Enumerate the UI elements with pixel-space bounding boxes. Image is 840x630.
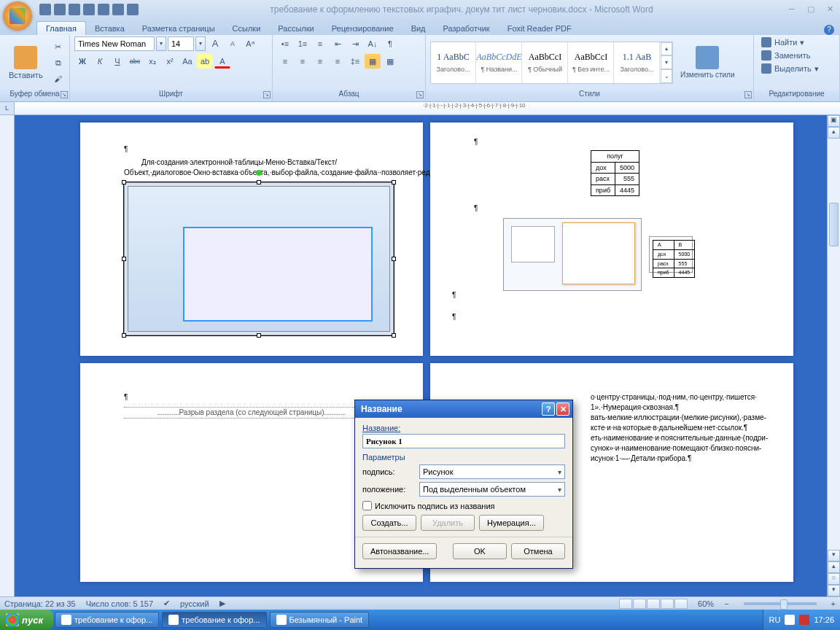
chevron-down-icon[interactable]: ▾ (195, 36, 206, 51)
language-indicator[interactable]: RU (769, 615, 781, 624)
show-marks-icon[interactable]: ¶ (382, 36, 398, 51)
macro-icon[interactable]: ▶ (219, 599, 225, 608)
resize-handle[interactable] (392, 180, 396, 184)
open-icon[interactable] (98, 4, 109, 15)
style-item[interactable]: AaBbCcI¶ Без инте... (569, 42, 614, 83)
qat-icon[interactable] (112, 4, 124, 15)
scroll-up-icon[interactable]: ▴ (828, 127, 840, 139)
proofing-icon[interactable]: ✔ (163, 599, 170, 608)
new-icon[interactable] (83, 4, 95, 15)
underline-button[interactable]: Ч (109, 54, 125, 69)
italic-button[interactable]: К (92, 54, 108, 69)
resize-handle[interactable] (122, 257, 126, 261)
undo-icon[interactable] (54, 4, 66, 15)
tab-mailings[interactable]: Рассылки (269, 22, 322, 35)
autocaption-button[interactable]: Автоназвание... (362, 543, 437, 559)
tray-icon[interactable] (785, 615, 795, 625)
multilevel-icon[interactable]: ≡ (312, 36, 328, 51)
tab-references[interactable]: Ссылки (224, 22, 270, 35)
dialog-help-icon[interactable]: ? (542, 402, 555, 416)
align-left-icon[interactable]: ≡ (277, 54, 293, 69)
body-text[interactable]: ¶ Для·создания·электронной·таблицы·Меню·… (80, 122, 423, 362)
style-gallery[interactable]: 1 AaBbCЗаголово... AaBbCcDdE¶ Названи...… (430, 42, 673, 84)
paste-button[interactable]: Вставить (4, 44, 47, 81)
scroll-down-icon[interactable]: ▾ (828, 550, 840, 561)
taskbar-item[interactable]: требование к офор... (162, 612, 266, 628)
ok-button[interactable]: OK (453, 543, 507, 559)
resize-handle[interactable] (392, 257, 396, 261)
ruler-toggle-icon[interactable]: ▣ (828, 115, 840, 127)
embedded-image[interactable] (503, 218, 642, 291)
start-button[interactable]: пуск (0, 610, 53, 630)
zoom-slider[interactable] (744, 602, 817, 605)
superscript-button[interactable]: x² (162, 54, 178, 69)
minimize-button[interactable]: ─ (785, 4, 799, 15)
borders-icon[interactable]: ▦ (382, 54, 398, 69)
find-button[interactable]: Найти ▾ (758, 36, 807, 48)
tray-icon[interactable] (799, 615, 809, 625)
web-layout-view-icon[interactable] (647, 599, 660, 609)
font-name-combo[interactable]: Times New Roman (74, 36, 155, 51)
bold-button[interactable]: Ж (74, 54, 90, 69)
page-table[interactable]: полуг дох5000 расх555 приб4445 (591, 150, 639, 196)
resize-handle[interactable] (257, 333, 261, 338)
office-button[interactable] (3, 1, 32, 31)
copy-icon[interactable]: ⧉ (50, 55, 66, 70)
horizontal-ruler[interactable]: L ·2·|·1·|···|·1·|·2·|·3·|·4·|·5·|·6·|·7… (0, 102, 840, 115)
shrink-font-icon[interactable]: A (225, 36, 241, 51)
redo-icon[interactable] (69, 4, 80, 15)
taskbar-item[interactable]: требование к офор... (55, 612, 159, 628)
dialog-close-icon[interactable]: ✕ (556, 402, 569, 416)
change-styles-button[interactable]: Изменить стили (676, 44, 739, 80)
save-icon[interactable] (39, 4, 51, 15)
resize-handle[interactable] (392, 333, 396, 338)
rotate-handle[interactable] (256, 170, 262, 176)
font-color-button[interactable]: A (214, 54, 230, 69)
resize-handle[interactable] (122, 180, 126, 184)
dialog-launcher-icon[interactable]: ↘ (744, 91, 752, 98)
align-center-icon[interactable]: ≡ (295, 54, 311, 69)
zoom-value[interactable]: 60% (698, 599, 714, 608)
style-more-icon[interactable]: ⌄ (661, 69, 672, 83)
tab-insert[interactable]: Вставка (86, 22, 133, 35)
numbering-button[interactable]: Нумерация... (479, 515, 544, 531)
tab-page-layout[interactable]: Разметка страницы (133, 22, 224, 35)
select-button[interactable]: Выделить ▾ (758, 63, 822, 74)
browse-object-icon[interactable]: ○ (828, 573, 840, 585)
create-button[interactable]: Создать... (362, 515, 416, 531)
vertical-ruler[interactable] (0, 115, 15, 596)
page-status[interactable]: Страница: 22 из 35 (4, 599, 76, 608)
bullets-icon[interactable]: •≡ (277, 36, 293, 51)
position-select[interactable]: Под выделенным объектом (419, 482, 565, 497)
style-up-icon[interactable]: ▴ (661, 42, 672, 56)
tab-foxit[interactable]: Foxit Reader PDF (499, 22, 580, 35)
highlight-button[interactable]: ab (197, 54, 213, 69)
shading-icon[interactable]: ▦ (365, 54, 381, 69)
zoom-in-icon[interactable]: + (831, 599, 836, 608)
close-button[interactable]: ✕ (822, 4, 837, 15)
tab-view[interactable]: Вид (402, 22, 435, 35)
dialog-launcher-icon[interactable]: ↘ (416, 91, 424, 98)
tab-developer[interactable]: Разработчик (435, 22, 499, 35)
draft-view-icon[interactable] (674, 599, 688, 609)
caption-type-select[interactable]: Рисунок (419, 464, 565, 479)
chevron-down-icon[interactable]: ▾ (156, 36, 166, 51)
tab-home[interactable]: Главная (36, 21, 86, 35)
scroll-thumb[interactable] (829, 203, 839, 246)
align-right-icon[interactable]: ≡ (312, 54, 328, 69)
style-down-icon[interactable]: ▾ (661, 55, 672, 69)
vertical-scrollbar[interactable]: ▣ ▴ ▾ ▴ ○ ▾ (827, 115, 840, 596)
cut-icon[interactable]: ✂ (50, 39, 66, 54)
subscript-button[interactable]: x₂ (144, 54, 160, 69)
qat-icon[interactable] (127, 4, 139, 15)
embedded-image[interactable]: ABдох5000расх555приб4445 (649, 236, 693, 273)
next-page-icon[interactable]: ▾ (828, 585, 840, 596)
cancel-button[interactable]: Отмена (511, 543, 565, 559)
resize-handle[interactable] (257, 180, 261, 184)
exclude-checkbox[interactable] (362, 501, 372, 510)
style-item[interactable]: 1 AaBbCЗаголово... (431, 42, 476, 83)
full-screen-view-icon[interactable] (633, 599, 646, 609)
print-layout-view-icon[interactable] (619, 599, 632, 609)
change-case-button[interactable]: Aa (179, 54, 195, 69)
style-item[interactable]: 1.1 AaBЗаголово... (615, 42, 660, 83)
